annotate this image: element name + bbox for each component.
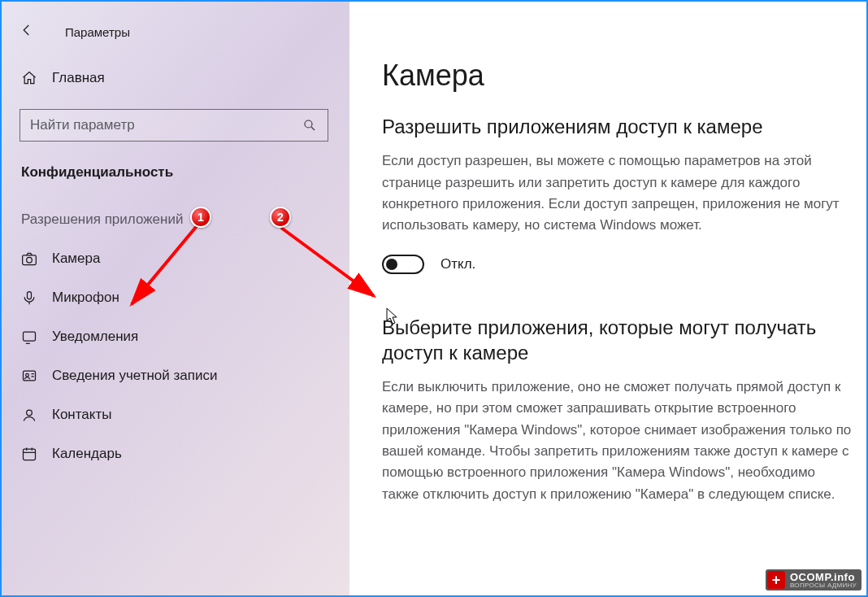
search-input[interactable] [30,117,302,133]
camera-access-toggle[interactable] [382,255,424,274]
sidebar-item-label: Календарь [52,446,122,462]
titlebar: Параметры [2,11,349,60]
toggle-knob [386,259,397,270]
camera-icon [21,251,37,267]
settings-window: Параметры Главная Конфиденциальность Раз… [0,0,868,597]
svg-point-0 [305,120,312,128]
svg-rect-1 [23,255,37,265]
sidebar-item-label: Камера [52,251,100,267]
svg-rect-3 [28,292,32,299]
main-content: Камера Разрешить приложениям доступ к ка… [349,2,866,595]
notifications-icon [21,329,37,345]
account-icon [21,368,37,384]
svg-rect-8 [24,449,36,460]
sidebar-item-contacts[interactable]: Контакты [2,395,349,434]
sidebar-item-account-info[interactable]: Сведения учетной записи [2,356,349,395]
sidebar-item-camera[interactable]: Камера [2,239,349,278]
sidebar: Параметры Главная Конфиденциальность Раз… [2,2,349,595]
section-allow-apps-title: Разрешить приложениям доступ к камере [382,114,866,139]
section-choose-apps-body: Если выключить приложение, оно не сможет… [382,377,853,505]
page-title: Камера [382,59,866,93]
sidebar-item-calendar[interactable]: Календарь [2,434,349,473]
sidebar-item-label: Микрофон [52,290,119,306]
svg-point-6 [26,373,29,377]
search-box[interactable] [20,109,328,142]
sidebar-item-label: Уведомления [52,329,138,345]
sidebar-item-notifications[interactable]: Уведомления [2,317,349,356]
nav-home[interactable]: Главная [2,60,349,96]
sidebar-item-label: Сведения учетной записи [52,368,217,384]
nav-home-label: Главная [52,70,105,86]
sidebar-item-label: Контакты [52,407,111,423]
svg-point-2 [27,257,33,263]
svg-rect-4 [24,332,36,341]
group-heading: Разрешения приложений [2,198,349,239]
contacts-icon [21,407,37,423]
search-icon[interactable] [302,117,318,133]
category-title: Конфиденциальность [2,156,349,198]
mic-icon [21,290,37,306]
home-icon [21,70,37,86]
back-button[interactable] [13,18,41,46]
calendar-icon [21,446,37,462]
window-title: Параметры [65,25,130,39]
toggle-state-label: Откл. [441,256,475,272]
section-allow-apps-body: Если доступ разрешен, вы можете с помощь… [382,150,853,236]
svg-point-7 [27,410,33,416]
sidebar-item-microphone[interactable]: Микрофон [2,278,349,317]
section-choose-apps-title: Выберите приложения, которые могут получ… [382,315,866,365]
